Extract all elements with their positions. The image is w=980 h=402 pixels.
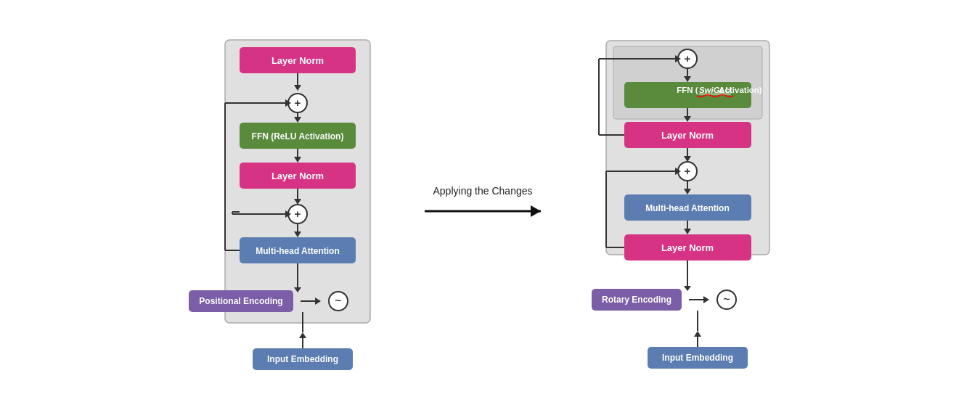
transition-arrow-section: Applying the Changes [425, 185, 541, 217]
input-embedding-left: Input Embedding [253, 348, 353, 370]
svg-text:Activation): Activation) [719, 86, 762, 94]
positional-encoding-block: Positional Encoding [189, 290, 293, 312]
svg-text:+: + [295, 97, 301, 109]
svg-text:+: + [685, 52, 691, 65]
transition-arrow [425, 205, 541, 217]
tilde-node-right: ~ [716, 290, 737, 310]
svg-text:+: + [295, 208, 301, 220]
svg-text:FFN (: FFN ( [677, 86, 698, 94]
rotary-encoding-label: Rotary Encoding [602, 295, 671, 305]
tilde-node-left: ~ [328, 291, 348, 311]
svg-text:Layer Norm: Layer Norm [271, 171, 324, 181]
svg-text:Layer Norm: Layer Norm [271, 55, 324, 66]
svg-text:+: + [685, 165, 691, 177]
svg-text:Layer Norm: Layer Norm [661, 130, 714, 141]
svg-text:Layer Norm: Layer Norm [661, 242, 714, 253]
main-container: Layer Norm + FFN (ReLU Activation) Layer… [0, 0, 980, 402]
svg-text:Multi-head Attention: Multi-head Attention [645, 203, 730, 213]
svg-text:FFN (ReLU Activation): FFN (ReLU Activation) [252, 131, 344, 141]
svg-text:Multi-head Attention: Multi-head Attention [256, 246, 340, 256]
input-embedding-right: Input Embedding [648, 347, 748, 369]
transition-label: Applying the Changes [433, 185, 533, 197]
positional-encoding-label: Positional Encoding [199, 296, 282, 306]
rotary-encoding-block: Rotary Encoding [592, 289, 682, 311]
right-diagram: + FFN ( SwiGLU Activation) Layer Norm + [570, 33, 795, 369]
left-diagram: Layer Norm + FFN (ReLU Activation) Layer… [185, 33, 396, 370]
